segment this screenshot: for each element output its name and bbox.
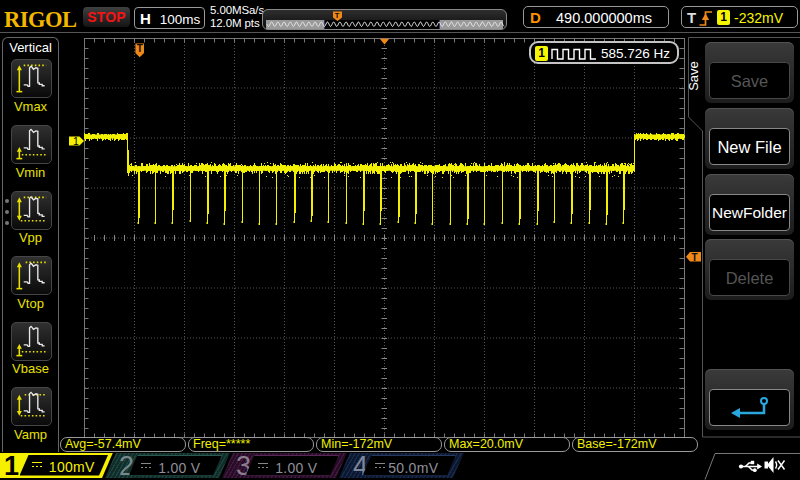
svg-text:T: T bbox=[335, 11, 340, 20]
svg-text:T: T bbox=[137, 43, 143, 54]
svg-text:1: 1 bbox=[73, 135, 79, 147]
svg-text:T: T bbox=[692, 252, 698, 263]
